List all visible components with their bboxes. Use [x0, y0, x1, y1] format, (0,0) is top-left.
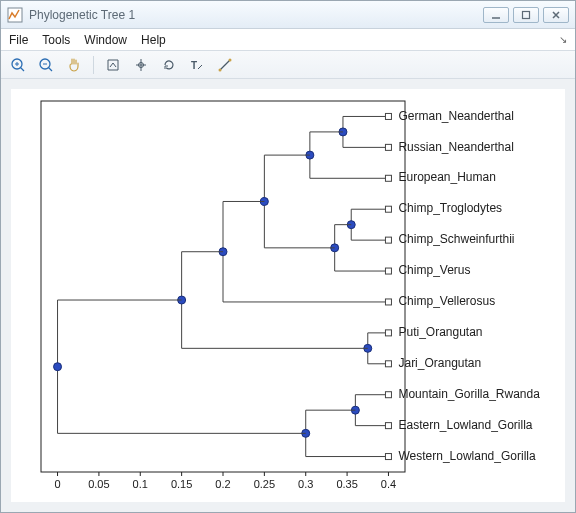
leaf-label: Mountain_Gorilla_Rwanda: [398, 387, 540, 401]
leaf-label: Western_Lowland_Gorilla: [398, 449, 536, 463]
x-tick-label: 0.3: [298, 478, 313, 490]
toolbar: T: [1, 51, 575, 79]
leaf-marker[interactable]: [385, 206, 391, 212]
leaf-label: Chimp_Schweinfurthii: [398, 232, 514, 246]
dendrogram-plot[interactable]: 00.050.10.150.20.250.30.350.4German_Nean…: [11, 89, 565, 502]
leaf-label: German_Neanderthal: [398, 109, 513, 123]
leaf-label: Russian_Neanderthal: [398, 140, 513, 154]
x-tick-label: 0.05: [88, 478, 109, 490]
x-tick-label: 0: [54, 478, 60, 490]
x-tick-label: 0.15: [171, 478, 192, 490]
leaf-label: Eastern_Lowland_Gorilla: [398, 418, 532, 432]
menu-overflow-icon[interactable]: ↘: [559, 34, 567, 45]
svg-line-8: [49, 67, 53, 71]
leaf-label: Jari_Orangutan: [398, 356, 481, 370]
x-tick-label: 0.1: [133, 478, 148, 490]
leaf-marker[interactable]: [385, 175, 391, 181]
zoom-in-button[interactable]: [7, 54, 29, 76]
leaf-marker[interactable]: [385, 392, 391, 398]
toolbar-separator: [93, 56, 94, 74]
rotate-button[interactable]: [158, 54, 180, 76]
maximize-button[interactable]: [513, 7, 539, 23]
leaf-marker[interactable]: [385, 299, 391, 305]
svg-text:T: T: [191, 60, 197, 71]
minimize-button[interactable]: [483, 7, 509, 23]
leaf-marker[interactable]: [385, 454, 391, 460]
svg-rect-2: [523, 11, 530, 18]
zoom-out-button[interactable]: [35, 54, 57, 76]
leaf-marker[interactable]: [385, 237, 391, 243]
leaf-marker[interactable]: [385, 268, 391, 274]
rename-button[interactable]: T: [186, 54, 208, 76]
svg-point-13: [229, 58, 232, 61]
app-icon: [7, 7, 23, 23]
close-button[interactable]: [543, 7, 569, 23]
leaf-marker[interactable]: [385, 330, 391, 336]
leaf-label: European_Human: [398, 170, 495, 184]
leaf-marker[interactable]: [385, 423, 391, 429]
window-buttons: [483, 7, 569, 23]
leaf-label: Chimp_Troglodytes: [398, 201, 502, 215]
window-title: Phylogenetic Tree 1: [29, 8, 483, 22]
x-tick-label: 0.35: [336, 478, 357, 490]
inspect-button[interactable]: [102, 54, 124, 76]
svg-point-12: [219, 68, 222, 71]
menu-tools[interactable]: Tools: [42, 33, 70, 47]
leaf-marker[interactable]: [385, 113, 391, 119]
leaf-label: Chimp_Vellerosus: [398, 294, 495, 308]
svg-line-4: [21, 67, 25, 71]
prune-button[interactable]: [214, 54, 236, 76]
svg-rect-0: [8, 8, 22, 22]
leaf-label: Chimp_Verus: [398, 263, 470, 277]
leaf-label: Puti_Orangutan: [398, 325, 482, 339]
leaf-marker[interactable]: [385, 361, 391, 367]
pan-button[interactable]: [63, 54, 85, 76]
titlebar[interactable]: Phylogenetic Tree 1: [1, 1, 575, 29]
menu-help[interactable]: Help: [141, 33, 166, 47]
menu-window[interactable]: Window: [84, 33, 127, 47]
x-tick-label: 0.2: [215, 478, 230, 490]
leaf-marker[interactable]: [385, 144, 391, 150]
figure[interactable]: 00.050.10.150.20.250.30.350.4German_Nean…: [11, 89, 565, 502]
menu-file[interactable]: File: [9, 33, 28, 47]
internal-node[interactable]: [54, 363, 62, 371]
app-window: Phylogenetic Tree 1 File Tools Window He…: [0, 0, 576, 513]
canvas-area: 00.050.10.150.20.250.30.350.4German_Nean…: [1, 79, 575, 512]
x-tick-label: 0.4: [381, 478, 396, 490]
x-tick-label: 0.25: [254, 478, 275, 490]
collapse-button[interactable]: [130, 54, 152, 76]
menubar: File Tools Window Help ↘: [1, 29, 575, 51]
